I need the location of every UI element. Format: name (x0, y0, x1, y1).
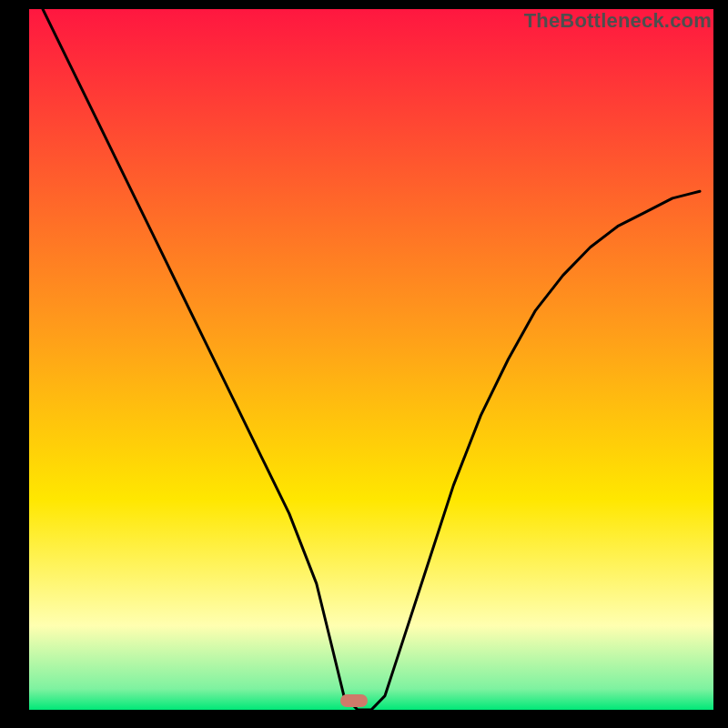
chart-container: { "watermark": "TheBottleneck.com", "col… (0, 0, 728, 728)
bottleneck-chart (29, 9, 713, 710)
optimum-marker-icon (340, 694, 368, 707)
gradient-background (29, 9, 713, 710)
watermark-text: TheBottleneck.com (524, 9, 712, 33)
